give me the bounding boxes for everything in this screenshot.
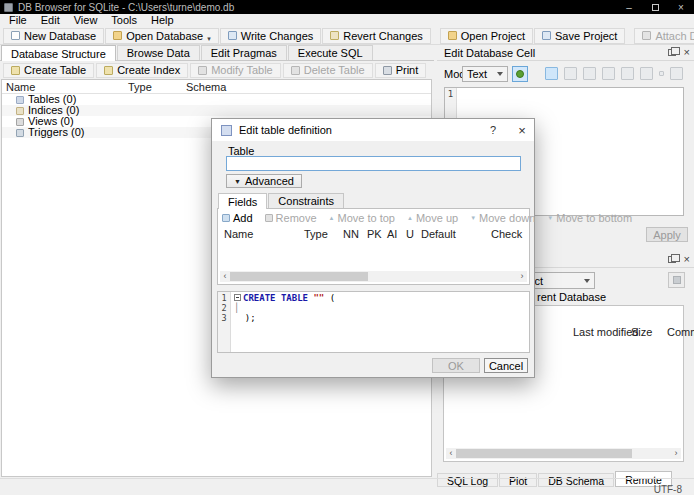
remove-label: Remove — [276, 212, 317, 224]
scroll-left-icon[interactable]: ‹ — [220, 271, 230, 282]
col-size[interactable]: Size — [631, 326, 652, 338]
open-external-icon — [621, 67, 634, 80]
modify-table-icon — [198, 66, 207, 75]
export-file-icon — [602, 67, 615, 80]
app-window: DB Browser for SQLite - C:\Users\turne\d… — [0, 0, 694, 495]
menu-file[interactable]: File — [2, 14, 34, 27]
print-icon — [383, 66, 392, 75]
close-panel-icon[interactable]: × — [684, 254, 690, 265]
scroll-right-icon[interactable]: › — [517, 271, 527, 282]
tree-header: Name Type Schema — [2, 80, 431, 94]
col-pk[interactable]: PK — [367, 228, 382, 240]
fold-collapse-icon[interactable] — [234, 294, 241, 301]
cell-editor-toolbar — [545, 67, 683, 80]
delete-table-icon — [291, 66, 300, 75]
sql-code: CREATE TABLE "" ( │ ); — [231, 292, 335, 352]
col-commit[interactable]: Comm — [667, 326, 694, 338]
edit-cell-panel-header: Edit Database Cell × — [437, 45, 694, 61]
tab-database-structure[interactable]: Database Structure — [1, 45, 116, 61]
import-file-icon — [583, 67, 596, 80]
sql-line-2: │ — [234, 303, 335, 313]
minimize-icon[interactable]: – — [616, 0, 642, 14]
advanced-expander-button[interactable]: ▼Advanced — [226, 174, 302, 188]
scroll-left-icon[interactable]: ‹ — [446, 448, 456, 459]
tab-fields[interactable]: Fields — [218, 193, 267, 209]
open-database-label: Open Database — [126, 30, 203, 42]
move-up-label: Move up — [416, 212, 458, 224]
triggers-icon — [16, 129, 24, 137]
tab-constraints[interactable]: Constraints — [268, 193, 344, 208]
word-wrap-icon[interactable] — [545, 67, 558, 80]
tree-col-type[interactable]: Type — [128, 81, 152, 93]
new-database-button[interactable]: New Database — [3, 28, 104, 44]
attach-database-button: Attach Database — [634, 28, 694, 44]
create-index-button[interactable]: Create Index — [96, 63, 188, 78]
tree-col-schema[interactable]: Schema — [186, 81, 226, 93]
fullscreen-icon — [640, 67, 653, 80]
move-to-top-icon: ▲ — [329, 215, 335, 221]
encoding-indicator[interactable]: UTF-8 — [654, 484, 682, 495]
tab-browse-data[interactable]: Browse Data — [117, 45, 200, 60]
float-panel-icon[interactable] — [668, 49, 676, 56]
create-table-button[interactable]: Create Table — [3, 63, 94, 78]
move-to-bottom-label: Move to bottom — [556, 212, 632, 224]
tab-execute-sql[interactable]: Execute SQL — [288, 45, 373, 60]
dialog-help-button[interactable]: ? — [480, 119, 506, 141]
menu-tools[interactable]: Tools — [104, 14, 144, 27]
add-field-button[interactable]: Add — [222, 212, 253, 224]
dialog-close-icon[interactable]: × — [508, 119, 536, 141]
mode-select[interactable]: Text — [462, 66, 508, 82]
col-check[interactable]: Check — [491, 228, 522, 240]
remote-panel-controls: × — [668, 254, 690, 265]
move-to-top-label: Move to top — [338, 212, 395, 224]
open-database-dropdown-arrow-icon[interactable]: ▾ — [207, 34, 211, 43]
menu-view[interactable]: View — [67, 14, 105, 27]
move-to-bottom-icon: ▼ — [547, 215, 553, 221]
print-button[interactable]: Print — [375, 63, 427, 78]
tree-row-label: Triggers (0) — [28, 127, 84, 138]
scroll-right-icon[interactable]: › — [671, 448, 681, 459]
table-name-input[interactable] — [226, 156, 521, 171]
scrollbar-thumb[interactable] — [230, 272, 368, 281]
write-changes-button[interactable]: Write Changes — [220, 28, 322, 44]
sql-preview[interactable]: 1 2 3 CREATE TABLE "" ( │ ); — [217, 291, 530, 353]
tab-edit-pragmas[interactable]: Edit Pragmas — [201, 45, 287, 60]
menu-edit[interactable]: Edit — [34, 14, 67, 27]
close-icon[interactable]: × — [668, 0, 694, 14]
maximize-icon[interactable] — [642, 0, 668, 14]
tables-icon — [16, 96, 24, 104]
create-table-icon — [11, 66, 20, 75]
cancel-button[interactable]: Cancel — [484, 358, 528, 373]
remote-horizontal-scrollbar[interactable]: ‹ › — [446, 448, 681, 459]
remove-icon — [265, 214, 273, 222]
advanced-label: Advanced — [245, 175, 294, 187]
col-u[interactable]: U — [406, 228, 414, 240]
col-type[interactable]: Type — [304, 228, 328, 240]
chevron-down-icon — [584, 279, 590, 283]
menu-help[interactable]: Help — [144, 14, 181, 27]
open-project-label: Open Project — [461, 30, 525, 42]
menu-bar: File Edit View Tools Help — [0, 14, 694, 27]
scrollbar-thumb[interactable] — [456, 449, 632, 458]
col-default[interactable]: Default — [421, 228, 456, 240]
tree-col-name[interactable]: Name — [6, 81, 35, 93]
create-index-label: Create Index — [117, 64, 180, 76]
col-nn[interactable]: NN — [343, 228, 359, 240]
fields-horizontal-scrollbar[interactable]: ‹ › — [220, 271, 527, 282]
fields-toolbar: Add Remove ▲Move to top ▲Move up ▼Move d… — [222, 211, 644, 225]
edit-cell-panel-title: Edit Database Cell — [444, 47, 535, 59]
save-project-button[interactable]: Save Project — [534, 28, 625, 44]
close-panel-icon[interactable]: × — [684, 47, 690, 58]
col-ai[interactable]: AI — [387, 228, 397, 240]
auto-switch-mode-toggle[interactable] — [512, 66, 528, 82]
col-name[interactable]: Name — [224, 228, 253, 240]
open-database-button[interactable]: Open Database▾ — [105, 28, 219, 44]
col-last-modified[interactable]: Last modified — [573, 326, 638, 338]
create-table-label: Create Table — [24, 64, 86, 76]
open-project-button[interactable]: Open Project — [440, 28, 533, 44]
float-panel-icon[interactable] — [668, 256, 676, 263]
revert-changes-button[interactable]: Revert Changes — [322, 28, 431, 44]
line-number: 3 — [218, 313, 230, 323]
print-label: Print — [396, 64, 419, 76]
ok-button: OK — [432, 358, 480, 373]
